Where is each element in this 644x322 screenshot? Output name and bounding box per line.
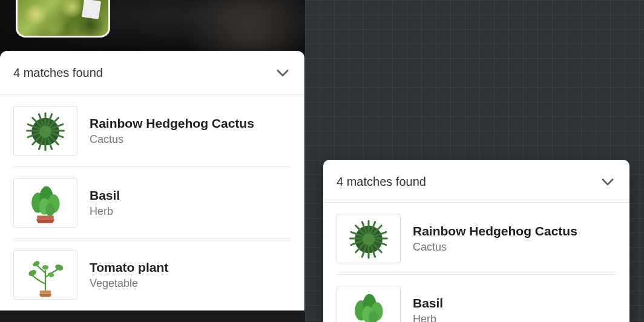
- list-item[interactable]: BasilHerb: [337, 274, 616, 322]
- list-item[interactable]: Rainbow Hedgehog CactusCactus: [13, 95, 291, 166]
- results-title: 4 matches found: [13, 66, 103, 80]
- item-title: Basil: [90, 188, 120, 203]
- chevron-down-icon[interactable]: [599, 173, 616, 190]
- plant-thumbnail: [13, 250, 77, 300]
- selected-thumbnail[interactable]: [16, 0, 110, 38]
- plant-thumbnail: [337, 214, 401, 263]
- item-subtitle: Herb: [413, 313, 443, 323]
- item-title: Rainbow Hedgehog Cactus: [90, 116, 254, 131]
- list-item[interactable]: BasilHerb: [13, 166, 291, 238]
- item-title: Tomato plant: [90, 260, 168, 275]
- item-subtitle: Vegetable: [90, 277, 168, 290]
- list-item[interactable]: Rainbow Hedgehog CactusCactus: [337, 203, 616, 274]
- plant-thumbnail: [337, 286, 401, 322]
- mobile-preview-pane: 4 matches found Rainbow Hedgehog CactusC…: [0, 0, 305, 322]
- list-item[interactable]: Tomato plantVegetable: [13, 238, 291, 310]
- results-card-component: 4 matches found Rainbow Hedgehog CactusC…: [323, 160, 629, 322]
- results-panel: 4 matches found Rainbow Hedgehog CactusC…: [0, 51, 304, 310]
- item-title: Rainbow Hedgehog Cactus: [413, 224, 577, 238]
- design-canvas: 4 matches found Rainbow Hedgehog CactusC…: [305, 0, 644, 322]
- chevron-down-icon[interactable]: [274, 64, 291, 81]
- item-subtitle: Cactus: [413, 241, 577, 254]
- item-subtitle: Cactus: [90, 133, 254, 146]
- item-title: Basil: [413, 296, 443, 310]
- item-subtitle: Herb: [90, 205, 120, 218]
- results-title: 4 matches found: [337, 175, 426, 189]
- plant-thumbnail: [13, 178, 77, 228]
- plant-thumbnail: [13, 106, 77, 156]
